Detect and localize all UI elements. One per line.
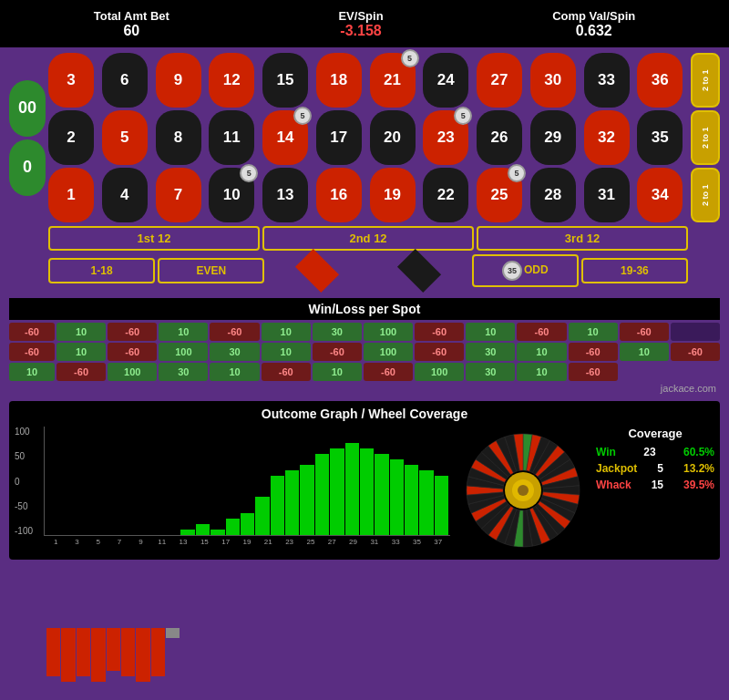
bet-black[interactable] [370,258,469,283]
wl-cell: -60 [364,363,413,381]
num-cell-19[interactable]: 19 [370,168,416,222]
num-cell-26[interactable]: 26 [477,110,522,165]
coverage-jackpot-pct: 13.2% [683,462,714,475]
bar-item [405,465,418,535]
num-cell-27[interactable]: 27 [477,53,522,108]
twoto1-mid[interactable]: 2 to 1 [691,110,720,165]
bar-item [315,454,329,535]
x-label-item: 35 [406,538,426,546]
num-cell-34[interactable]: 34 [637,168,683,222]
num-cell-21[interactable]: 215 [370,53,416,108]
bar-item [330,448,344,535]
wl-cell: 10 [56,343,106,361]
x-label-item: 13 [173,538,193,546]
x-label-item: 17 [216,538,236,546]
wl-cell: -60 [569,363,618,381]
wl-cell: -60 [620,323,669,341]
bar-item [151,628,165,677]
wl-cell: 10 [262,343,311,361]
x-label-item: 7 [109,538,129,546]
num-cell-7[interactable]: 7 [156,168,201,222]
dozen-2nd[interactable]: 2nd 12 [262,226,474,251]
ev-spin: EV/Spin -3.158 [338,9,383,39]
wl-cell: 30 [466,363,515,381]
wl-cell: 10 [9,363,55,381]
zero-single[interactable]: 0 [9,139,46,196]
num-cell-28[interactable]: 28 [530,168,576,222]
num-cell-17[interactable]: 17 [316,110,362,165]
wl-cell: -60 [210,323,259,341]
bet-low[interactable]: 1-18 [48,258,155,283]
y-50: 50 [15,451,42,461]
num-cell-20[interactable]: 20 [370,110,416,165]
wl-cell: 10 [313,363,362,381]
num-cell-31[interactable]: 31 [584,168,630,222]
num-cell-29[interactable]: 29 [530,110,576,165]
num-cell-12[interactable]: 12 [209,53,254,108]
x-label-item: 3 [67,538,87,546]
bar-item [166,628,180,639]
num-cell-11[interactable]: 11 [209,110,254,165]
twoto1-top[interactable]: 2 to 1 [691,53,720,108]
num-cell-24[interactable]: 24 [423,53,468,108]
x-label-item: 11 [152,538,172,546]
num-cell-3[interactable]: 3 [48,53,94,108]
coverage-whack-pct: 39.5% [683,479,714,491]
num-cell-16[interactable]: 16 [316,168,362,222]
num-cell-22[interactable]: 22 [423,168,468,222]
num-cell-2[interactable]: 2 [48,110,94,165]
num-cell-23[interactable]: 235 [423,110,468,165]
num-cell-25[interactable]: 255 [477,168,522,222]
num-cell-5[interactable]: 5 [102,110,148,165]
total-amt-bet: Total Amt Bet 60 [94,9,169,39]
dozen-1st[interactable]: 1st 12 [48,226,260,251]
bet-even[interactable]: EVEN [158,258,264,283]
num-cell-15[interactable]: 15 [262,53,308,108]
wl-cell: -60 [415,343,464,361]
coverage-win-pct: 60.5% [683,446,714,458]
coverage-whack-count: 15 [652,479,663,491]
num-cell-30[interactable]: 30 [530,53,576,108]
wl-cell: 10 [517,343,566,361]
y-100: 100 [15,427,42,437]
roulette-wheel [464,431,582,550]
num-cell-35[interactable]: 35 [637,110,683,165]
num-cell-4[interactable]: 4 [102,168,148,222]
odd-chip: 35 [502,261,522,281]
bar-item [271,476,284,535]
num-cell-9[interactable]: 9 [156,53,201,108]
wl-cell: 10 [466,323,515,341]
bar-item [360,448,374,535]
dozen-3rd[interactable]: 3rd 12 [477,226,688,251]
wl-cell: 10 [569,323,618,341]
x-label-item: 31 [364,538,385,546]
wl-cell: 30 [466,343,515,361]
bet-high[interactable]: 19-36 [581,258,688,283]
bar-item [435,476,448,535]
outside-row: 1-18 EVEN 35ODD 19-36 [9,254,720,287]
bar-item [345,443,359,535]
num-cell-8[interactable]: 8 [156,110,201,165]
num-cell-13[interactable]: 13 [262,168,308,222]
num-cell-18[interactable]: 18 [316,53,362,108]
num-cell-6[interactable]: 6 [102,53,148,108]
zero-double[interactable]: 00 [9,80,46,137]
wl-cell: 10 [620,343,669,361]
x-label-item: 25 [301,538,321,546]
outcome-content: 100 50 0 -50 -100 1357911131517192123252… [15,427,714,554]
twoto1-bot[interactable]: 2 to 1 [691,168,720,222]
wl-cell [671,323,720,341]
bar-item [107,628,120,672]
coverage-win-row: Win 23 60.5% [596,446,714,458]
coverage-jackpot-row: Jackpot 5 13.2% [596,462,714,475]
num-cell-10[interactable]: 105 [209,168,254,222]
num-cell-1[interactable]: 1 [48,168,94,222]
num-cell-36[interactable]: 36 [637,53,683,108]
black-diamond [397,249,441,293]
header: Total Amt Bet 60 EV/Spin -3.158 Comp Val… [0,0,729,47]
num-cell-33[interactable]: 33 [584,53,630,108]
num-cell-32[interactable]: 32 [584,110,630,165]
num-cell-14[interactable]: 145 [262,110,308,165]
bet-red[interactable] [267,258,366,283]
bet-odd[interactable]: 35ODD [472,254,579,287]
